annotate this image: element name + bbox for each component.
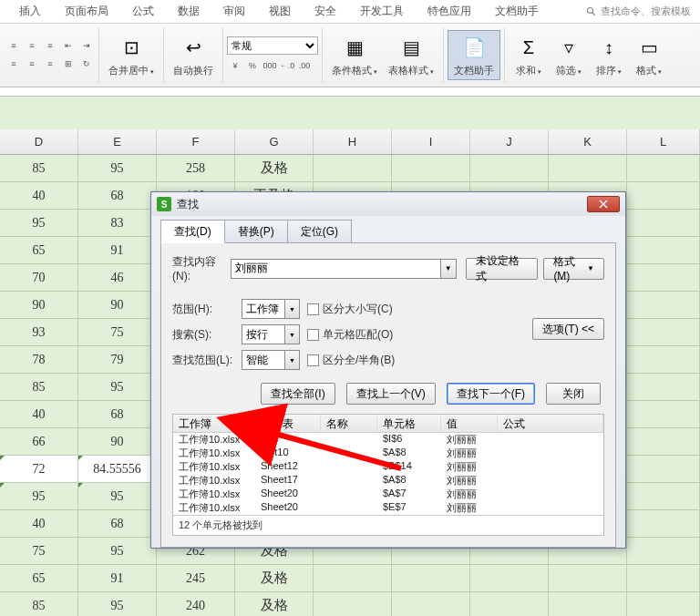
- cell[interactable]: [627, 237, 700, 264]
- cell[interactable]: [627, 210, 700, 237]
- search-direction-select[interactable]: 按行▼: [242, 324, 300, 344]
- tab-pagelayout[interactable]: 页面布局: [53, 0, 120, 23]
- find-next-button[interactable]: 查找下一个(F): [447, 383, 535, 405]
- result-row[interactable]: 工作簿10.xlsxSheet12$B$14刘丽丽: [173, 460, 603, 474]
- cell[interactable]: 95: [78, 538, 157, 565]
- cell[interactable]: [627, 182, 700, 210]
- cell[interactable]: 245: [157, 565, 235, 592]
- cell[interactable]: [627, 592, 700, 616]
- result-row[interactable]: 工作簿10.xlsx...et10$A$8刘丽丽: [173, 447, 603, 460]
- find-content-input[interactable]: [231, 259, 440, 279]
- cell[interactable]: [627, 538, 700, 565]
- search-commands[interactable]: 查找命令、搜索模板: [586, 5, 691, 18]
- indent-dec-icon[interactable]: ⇤: [60, 37, 77, 54]
- cond-format-button[interactable]: ▦ 条件格式▾: [326, 31, 383, 79]
- align-right-icon[interactable]: ≡: [42, 56, 58, 72]
- cell[interactable]: 65: [0, 237, 78, 264]
- lookin-select[interactable]: 智能▼: [242, 350, 300, 370]
- cell[interactable]: [392, 592, 470, 616]
- cell[interactable]: 65: [0, 565, 78, 592]
- col-header-e[interactable]: E: [78, 129, 157, 154]
- decimal-dec-icon[interactable]: .00: [296, 57, 313, 74]
- align-left-icon[interactable]: ≡: [5, 56, 22, 72]
- cell[interactable]: 90: [0, 292, 78, 319]
- cell[interactable]: 95: [78, 374, 157, 401]
- header-value[interactable]: 值: [441, 415, 498, 432]
- cell[interactable]: [627, 155, 700, 182]
- cell[interactable]: [627, 374, 700, 401]
- col-header-g[interactable]: G: [235, 129, 314, 154]
- cell[interactable]: [549, 592, 627, 616]
- col-header-f[interactable]: F: [157, 129, 235, 154]
- tab-goto[interactable]: 定位(G): [287, 220, 352, 243]
- tab-special[interactable]: 特色应用: [416, 0, 483, 23]
- cell[interactable]: 95: [0, 483, 78, 510]
- cell[interactable]: 95: [0, 210, 78, 237]
- table-format-button[interactable]: ▤ 表格样式▾: [383, 31, 439, 79]
- cell[interactable]: [392, 565, 470, 592]
- cell[interactable]: 68: [78, 182, 157, 210]
- cell[interactable]: [392, 155, 470, 182]
- result-row[interactable]: 工作簿10.xlsxSheet20$A$7刘丽丽: [173, 488, 603, 501]
- header-workbook[interactable]: 工作簿: [173, 415, 255, 432]
- header-worksheet[interactable]: 工作表: [255, 415, 321, 432]
- format-dropdown-button[interactable]: 格式(M) ▼: [543, 258, 604, 280]
- cell[interactable]: 85: [0, 592, 78, 616]
- tab-dochelper[interactable]: 文档助手: [483, 0, 551, 23]
- cell[interactable]: [549, 155, 627, 182]
- doc-helper-button[interactable]: 📄 文档助手: [448, 30, 500, 80]
- align-bottom-icon[interactable]: ≡: [42, 37, 58, 54]
- cell[interactable]: 及格: [235, 592, 314, 616]
- number-format-select[interactable]: 常规: [227, 36, 318, 55]
- cell[interactable]: [549, 565, 627, 592]
- col-header-j[interactable]: J: [470, 129, 549, 154]
- currency-icon[interactable]: ¥: [227, 57, 243, 74]
- tab-security[interactable]: 安全: [303, 0, 348, 23]
- sum-button[interactable]: Σ 求和▾: [509, 31, 549, 79]
- cell[interactable]: 40: [0, 401, 78, 428]
- header-cell[interactable]: 单元格: [377, 415, 441, 432]
- cell[interactable]: 91: [78, 237, 157, 264]
- cell[interactable]: [627, 346, 700, 374]
- indent-inc-icon[interactable]: ⇥: [78, 37, 95, 54]
- cell[interactable]: [314, 592, 392, 616]
- tab-data[interactable]: 数据: [166, 0, 211, 23]
- cell[interactable]: 240: [157, 592, 235, 616]
- find-content-dropdown[interactable]: ▼: [440, 259, 457, 279]
- tab-review[interactable]: 审阅: [211, 0, 257, 23]
- merge-center-button[interactable]: ⊡ 合并居中▾: [103, 31, 160, 79]
- cell[interactable]: [627, 428, 700, 456]
- tab-replace[interactable]: 替换(P): [224, 220, 288, 243]
- cell[interactable]: 及格: [235, 565, 314, 592]
- cell[interactable]: 91: [78, 565, 157, 592]
- match-cell-checkbox[interactable]: 单元格匹配(O): [307, 327, 393, 343]
- header-formula[interactable]: 公式: [498, 415, 603, 432]
- cell[interactable]: 72: [0, 456, 78, 483]
- col-header-h[interactable]: H: [314, 129, 392, 154]
- cell[interactable]: [627, 401, 700, 428]
- sort-button[interactable]: ↕ 排序▾: [589, 31, 629, 79]
- cell[interactable]: 95: [78, 592, 157, 616]
- cell[interactable]: [627, 319, 700, 346]
- tab-view[interactable]: 视图: [257, 0, 303, 23]
- cell[interactable]: 及格: [235, 155, 314, 182]
- tab-devtools[interactable]: 开发工具: [348, 0, 416, 23]
- cell[interactable]: [627, 510, 700, 538]
- cell[interactable]: 258: [157, 155, 235, 182]
- cell[interactable]: 90: [78, 292, 157, 319]
- merge-indent-icon[interactable]: ⊞: [60, 56, 77, 72]
- orientation-icon[interactable]: ↻: [78, 56, 95, 72]
- find-prev-button[interactable]: 查找上一个(V): [346, 383, 436, 405]
- result-row[interactable]: 工作簿10.xlsxSheet20$E$7刘丽丽: [173, 501, 603, 515]
- cell[interactable]: 83: [78, 210, 157, 237]
- align-center-icon[interactable]: ≡: [24, 56, 40, 72]
- find-all-button[interactable]: 查找全部(I): [261, 383, 335, 405]
- decimal-inc-icon[interactable]: ←.0: [279, 57, 295, 74]
- no-format-set-button[interactable]: 未设定格式: [466, 258, 538, 280]
- cell[interactable]: 85: [0, 155, 78, 182]
- cell[interactable]: [627, 292, 700, 319]
- cell[interactable]: 79: [78, 346, 157, 374]
- tab-insert[interactable]: 插入: [7, 0, 53, 23]
- cell[interactable]: [627, 456, 700, 483]
- cell[interactable]: [314, 565, 392, 592]
